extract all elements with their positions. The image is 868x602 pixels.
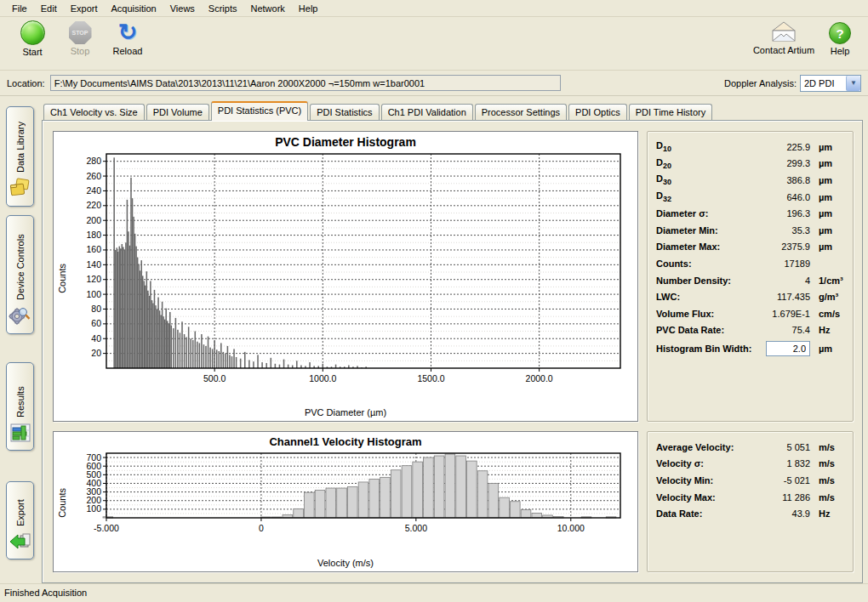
svg-text:700: 700 bbox=[86, 452, 101, 463]
svg-text:280: 280 bbox=[86, 156, 101, 166]
pvc-chart-ylabel: Counts bbox=[54, 149, 71, 407]
diameter-stat-unit: 1/cm³ bbox=[810, 275, 846, 286]
pvc-chart-xlabel: PVC Diameter (µm) bbox=[54, 407, 637, 421]
velocity-stat-value: 43.9 bbox=[757, 508, 810, 519]
velocity-chart-xlabel: Velocity (m/s) bbox=[54, 558, 637, 571]
tab-processor-settings[interactable]: Processor Settings bbox=[475, 104, 567, 121]
menu-item-file[interactable]: File bbox=[5, 2, 34, 15]
toolbar: Start STOP Stop ↻ Reload Contact Artium … bbox=[0, 17, 868, 71]
diameter-stat-value: 4 bbox=[757, 275, 810, 286]
start-button[interactable]: Start bbox=[9, 20, 56, 57]
stop-button-label: Stop bbox=[71, 46, 90, 56]
menu-item-help[interactable]: Help bbox=[292, 2, 325, 15]
diameter-stat-label: Diameter σ: bbox=[656, 208, 757, 219]
diameter-stat-value: 299.3 bbox=[757, 158, 810, 168]
doppler-analysis-label: Doppler Analysis: bbox=[724, 78, 797, 88]
diameter-stat-unit: cm/s bbox=[810, 309, 846, 319]
pvc-histogram-chart: 2040608010012014016018020022024026028050… bbox=[71, 149, 632, 394]
sidebar-item-label: Export bbox=[15, 489, 26, 526]
doppler-analysis-dropdown[interactable]: 2D PDI ▼ bbox=[800, 75, 861, 92]
diameter-stat-label: Diameter Max: bbox=[656, 241, 757, 252]
svg-text:180: 180 bbox=[86, 230, 101, 240]
envelope-icon bbox=[770, 20, 797, 43]
status-text: Finished Acquisition bbox=[4, 588, 87, 598]
velocity-stat-row: Velocity Max:11 286m/s bbox=[656, 489, 846, 506]
diameter-stat-row: Diameter Max:2375.9µm bbox=[656, 239, 846, 256]
sidebar-item-device-controls[interactable]: Device Controls bbox=[6, 215, 34, 334]
menu-item-edit[interactable]: Edit bbox=[34, 2, 64, 15]
main-area: Data LibraryDevice ControlsResultsExport… bbox=[0, 96, 868, 583]
sidebar-item-data-library[interactable]: Data Library bbox=[6, 106, 34, 207]
gear-search-icon bbox=[9, 305, 31, 328]
svg-text:20: 20 bbox=[91, 348, 101, 358]
svg-text:140: 140 bbox=[86, 259, 101, 270]
sidebar-item-export[interactable]: Export bbox=[6, 481, 34, 559]
tab-pdi-optics[interactable]: PDI Optics bbox=[568, 104, 627, 121]
menu-item-views[interactable]: Views bbox=[163, 2, 202, 15]
diameter-stat-row: Diameter σ:196.3µm bbox=[656, 205, 846, 222]
diameter-stat-value: 1.679E-1 bbox=[757, 309, 810, 319]
help-button-label: Help bbox=[831, 46, 850, 56]
diameter-stat-value: 35.3 bbox=[757, 225, 810, 236]
diameter-stat-unit: µm bbox=[810, 241, 846, 252]
diameter-stat-label: D32 bbox=[656, 190, 757, 203]
velocity-stat-row: Data Rate:43.9Hz bbox=[656, 505, 846, 522]
stats-column: D10225.9µmD20299.3µmD30386.8µmD32646.0µm… bbox=[647, 131, 854, 576]
velocity-stat-unit: Hz bbox=[810, 508, 846, 519]
velocity-stat-label: Velocity Min: bbox=[656, 475, 757, 486]
tab-pdi-statistics-pvc[interactable]: PDI Statistics (PVC) bbox=[211, 101, 308, 121]
chevron-down-icon[interactable]: ▼ bbox=[846, 76, 860, 91]
diameter-stat-label: Volume Flux: bbox=[656, 309, 757, 319]
tab-ch1-velocity-vs-size[interactable]: Ch1 Velocity vs. Size bbox=[43, 104, 145, 121]
tab-ch1-pdi-validation[interactable]: Ch1 PDI Validation bbox=[381, 104, 473, 121]
diameter-stat-row: D32646.0µm bbox=[656, 189, 846, 206]
location-label: Location: bbox=[7, 78, 45, 88]
stop-icon: STOP bbox=[69, 21, 92, 44]
diameter-stat-label: D20 bbox=[656, 157, 757, 170]
reload-icon: ↻ bbox=[118, 20, 138, 44]
svg-text:-5.000: -5.000 bbox=[94, 523, 119, 533]
velocity-histogram-chart: 100200300400500600700-5.00005.00010.000 bbox=[71, 448, 632, 543]
location-input[interactable] bbox=[50, 75, 561, 91]
menu-item-acquisition[interactable]: Acquisition bbox=[105, 2, 163, 15]
contact-artium-button[interactable]: Contact Artium bbox=[747, 20, 820, 55]
tab-pdi-time-history[interactable]: PDI Time History bbox=[629, 104, 713, 121]
velocity-stat-unit: m/s bbox=[810, 442, 846, 452]
contact-artium-label: Contact Artium bbox=[753, 45, 814, 55]
velocity-stat-row: Average Velocity:5 051m/s bbox=[656, 439, 846, 456]
sidebar-item-label: Device Controls bbox=[15, 223, 26, 300]
stop-button: STOP Stop bbox=[56, 20, 104, 56]
diameter-stat-unit: Hz bbox=[810, 325, 846, 335]
charts-column: PVC Diameter Histogram Counts 2040608010… bbox=[53, 131, 638, 576]
velocity-stat-value: -5 021 bbox=[757, 475, 810, 486]
tab-pdi-statistics[interactable]: PDI Statistics bbox=[310, 104, 379, 121]
svg-text:10.000: 10.000 bbox=[557, 523, 585, 533]
diameter-stat-unit: µm bbox=[810, 175, 846, 185]
diameter-stat-unit: µm bbox=[810, 192, 846, 202]
start-icon bbox=[20, 20, 45, 45]
svg-text:120: 120 bbox=[86, 274, 101, 284]
start-button-label: Start bbox=[22, 47, 42, 57]
folders-icon bbox=[9, 178, 31, 201]
diameter-stat-value: 386.8 bbox=[757, 175, 810, 185]
pvc-chart-title: PVC Diameter Histogram bbox=[54, 132, 637, 149]
menu-item-network[interactable]: Network bbox=[243, 2, 291, 15]
diameter-stat-label: LWC: bbox=[656, 292, 757, 302]
diameter-stat-unit: µm bbox=[810, 158, 846, 168]
tab-pdi-volume[interactable]: PDI Volume bbox=[146, 104, 209, 121]
velocity-stat-label: Velocity Max: bbox=[656, 492, 757, 503]
reload-button[interactable]: ↻ Reload bbox=[104, 20, 151, 56]
help-button[interactable]: ? Help bbox=[820, 20, 859, 56]
svg-text:200: 200 bbox=[86, 215, 101, 225]
sidebar-item-results[interactable]: Results bbox=[6, 362, 34, 451]
histogram-bin-width-input[interactable] bbox=[766, 341, 810, 356]
diameter-stat-unit: µm bbox=[810, 208, 846, 219]
diameter-stat-row: D10225.9µm bbox=[656, 139, 846, 156]
diameter-stat-row: D30386.8µm bbox=[656, 172, 846, 189]
velocity-chart-title: Channel1 Velocity Histogram bbox=[54, 432, 637, 448]
menu-item-export[interactable]: Export bbox=[64, 2, 105, 15]
svg-text:80: 80 bbox=[91, 304, 101, 314]
diameter-stat-label: D30 bbox=[656, 173, 757, 186]
menu-item-scripts[interactable]: Scripts bbox=[202, 2, 244, 15]
diameter-stat-label: Diameter Min: bbox=[656, 225, 757, 236]
